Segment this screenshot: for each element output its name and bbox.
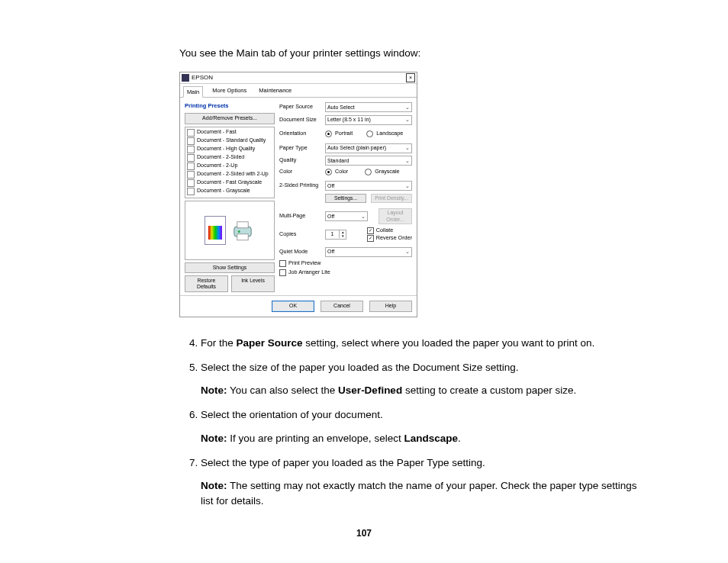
document-size-select[interactable]: Letter (8.5 x 11 in): [325, 115, 412, 125]
printer-icon: [230, 218, 255, 243]
preview: [185, 201, 275, 260]
list-item[interactable]: Document - 2-Sided with 2-Up: [187, 171, 272, 179]
quiet-mode-select[interactable]: Off: [325, 247, 412, 257]
doc-icon: [187, 171, 195, 179]
tabs: Main More Options Maintenance: [180, 84, 417, 98]
landscape-radio[interactable]: [366, 130, 373, 137]
presets-header: Printing Presets: [185, 102, 275, 109]
page-number: 107: [0, 526, 728, 540]
help-button[interactable]: Help: [369, 301, 412, 311]
step-5: Select the size of the paper you loaded …: [201, 360, 644, 399]
two-sided-select[interactable]: Off: [325, 181, 412, 191]
list-item[interactable]: Document - 2-Up: [187, 162, 272, 170]
quiet-mode-label: Quiet Mode: [279, 249, 322, 256]
tab-maintenance[interactable]: Maintenance: [256, 85, 295, 97]
show-settings-button[interactable]: Show Settings: [185, 262, 275, 273]
restore-defaults-button[interactable]: Restore Defaults: [185, 275, 228, 292]
printer-dialog: EPSON × Main More Options Maintenance Pr…: [179, 72, 417, 317]
color-label: Color: [279, 169, 322, 175]
two-sided-settings-button[interactable]: Settings...: [325, 194, 366, 203]
svg-point-2: [238, 230, 240, 233]
quality-select[interactable]: Standard: [325, 156, 412, 166]
multi-page-label: Multi-Page: [279, 213, 322, 220]
preset-list[interactable]: Document - Fast Document - Standard Qual…: [185, 127, 275, 198]
reverse-order-checkbox[interactable]: [367, 235, 374, 242]
list-item[interactable]: Document - Fast: [187, 129, 272, 137]
color-opt-label: Color: [335, 169, 348, 175]
collate-checkbox[interactable]: [367, 227, 374, 234]
app-icon: [182, 74, 189, 82]
doc-icon: [187, 137, 195, 145]
paper-source-select[interactable]: Auto Select: [325, 102, 412, 112]
doc-icon: [187, 154, 195, 162]
list-item[interactable]: Document - High Quality: [187, 146, 272, 153]
step-6: Select the orientation of your document.…: [201, 407, 644, 446]
tab-main[interactable]: Main: [183, 86, 203, 98]
portrait-label: Portrait: [335, 130, 353, 137]
doc-icon: [187, 129, 195, 137]
copies-stepper[interactable]: 1 ▴▾: [325, 230, 346, 240]
doc-icon: [187, 146, 195, 153]
multi-page-select[interactable]: Off: [325, 211, 368, 221]
svg-rect-3: [237, 233, 248, 240]
intro-text: You see the Main tab of your printer set…: [179, 46, 644, 61]
collate-label: Collate: [376, 227, 393, 234]
grayscale-radio[interactable]: [365, 169, 372, 175]
ink-levels-button[interactable]: Ink Levels: [231, 275, 275, 292]
print-density-button: Print Density...: [371, 194, 412, 203]
paper-type-select[interactable]: Auto Select (plain paper): [325, 143, 412, 153]
titlebar: EPSON ×: [180, 72, 417, 84]
landscape-label: Landscape: [376, 130, 403, 137]
tab-more-options[interactable]: More Options: [209, 85, 250, 97]
orientation-label: Orientation: [279, 130, 322, 137]
print-preview-label: Print Preview: [288, 260, 321, 267]
quality-label: Quality: [279, 157, 322, 164]
ok-button[interactable]: OK: [272, 301, 314, 311]
doc-icon: [187, 162, 195, 170]
job-arranger-label: Job Arranger Lite: [288, 269, 330, 276]
cancel-button[interactable]: Cancel: [321, 301, 363, 311]
add-remove-presets-button[interactable]: Add/Remove Presets...: [185, 113, 275, 124]
dialog-footer: OK Cancel Help: [180, 295, 417, 316]
doc-icon: [187, 179, 195, 187]
step-4: For the Paper Source setting, select whe…: [201, 336, 644, 351]
svg-rect-1: [237, 221, 248, 227]
list-item[interactable]: Document - Standard Quality: [187, 137, 272, 145]
list-item[interactable]: Document - Fast Grayscale: [187, 179, 272, 187]
doc-icon: [187, 188, 195, 195]
instruction-list: For the Paper Source setting, select whe…: [179, 336, 644, 510]
list-item[interactable]: Document - 2-Sided: [187, 154, 272, 162]
step-7: Select the type of paper you loaded as t…: [201, 455, 644, 510]
paper-source-label: Paper Source: [279, 104, 322, 111]
copies-label: Copies: [279, 231, 322, 238]
paper-type-label: Paper Type: [279, 145, 322, 152]
list-item[interactable]: Document - Grayscale: [187, 188, 272, 195]
two-sided-label: 2-Sided Printing: [279, 182, 322, 189]
print-preview-checkbox[interactable]: [279, 260, 286, 267]
dialog-title: EPSON: [192, 74, 213, 82]
grayscale-opt-label: Grayscale: [375, 169, 399, 175]
job-arranger-checkbox[interactable]: [279, 269, 286, 276]
color-radio[interactable]: [325, 169, 332, 175]
layout-order-button: Layout Order...: [378, 208, 412, 224]
close-icon[interactable]: ×: [406, 73, 415, 82]
portrait-radio[interactable]: [325, 130, 332, 137]
preview-page-icon: [205, 216, 226, 245]
reverse-order-label: Reverse Order: [376, 235, 412, 242]
document-size-label: Document Size: [279, 117, 322, 124]
